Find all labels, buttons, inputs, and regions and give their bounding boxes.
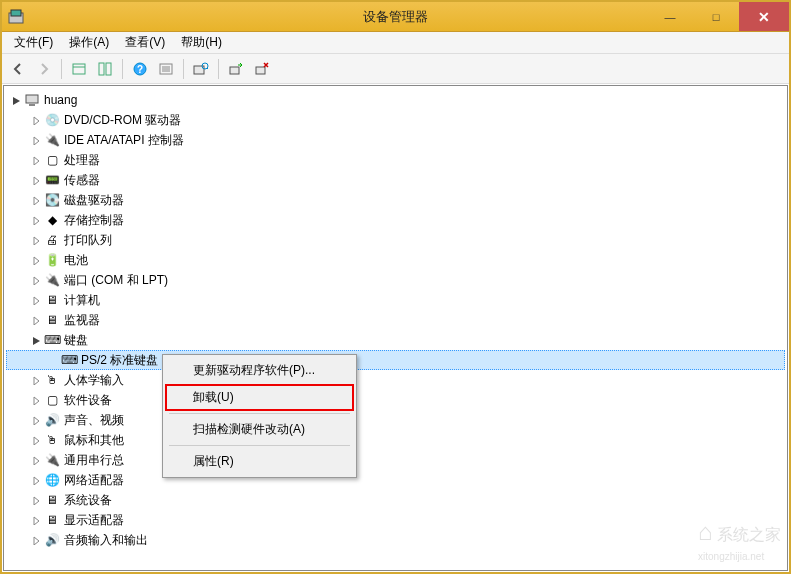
device-category-icon: ▢ [44,152,60,168]
computer-icon [24,92,40,108]
uninstall-button[interactable] [250,57,274,81]
tree-item[interactable]: 🔌通用串行总 [6,450,785,470]
help-button[interactable]: ? [128,57,152,81]
collapse-icon[interactable] [10,94,22,106]
expander-icon[interactable] [30,374,42,386]
tree-item[interactable]: 💿DVD/CD-ROM 驱动器 [6,110,785,130]
show-hide-console-button[interactable] [67,57,91,81]
expander-icon[interactable] [30,314,42,326]
tree-item[interactable]: 🔋电池 [6,250,785,270]
expander-icon[interactable] [30,174,42,186]
tree-item[interactable]: 🖥显示适配器 [6,510,785,530]
tree-item[interactable]: 🔊声音、视频 [6,410,785,430]
device-category-icon: ⌨ [44,332,60,348]
window-title: 设备管理器 [363,8,428,26]
expander-icon[interactable] [30,434,42,446]
properties-button[interactable] [154,57,178,81]
tree-item[interactable]: 🔌IDE ATA/ATAPI 控制器 [6,130,785,150]
expander-icon[interactable] [30,534,42,546]
expander-icon[interactable] [30,394,42,406]
device-category-icon: 🔌 [44,272,60,288]
expander-icon[interactable] [30,134,42,146]
device-category-icon: 🖱 [44,372,60,388]
node-label: 网络适配器 [64,472,124,489]
tree-root[interactable]: huang [6,90,785,110]
node-label: huang [44,93,77,107]
expander-icon[interactable] [30,194,42,206]
tree-item[interactable]: 🖨打印队列 [6,230,785,250]
tree-item[interactable]: 🖥系统设备 [6,490,785,510]
ctx-properties[interactable]: 属性(R) [165,448,354,475]
tree-item[interactable]: 💽磁盘驱动器 [6,190,785,210]
expander-icon[interactable] [30,154,42,166]
tree-item[interactable]: 🖱人体学输入 [6,370,785,390]
expander-icon[interactable] [30,334,42,346]
expander-icon[interactable] [30,494,42,506]
tree-item[interactable]: ◆存储控制器 [6,210,785,230]
maximize-button[interactable]: □ [693,2,739,31]
ctx-uninstall[interactable]: 卸载(U) [165,384,354,411]
node-label: 鼠标和其他 [64,432,124,449]
node-label: 电池 [64,252,88,269]
ctx-scan-hardware[interactable]: 扫描检测硬件改动(A) [165,416,354,443]
expander-icon[interactable] [30,214,42,226]
tree-item[interactable]: 📟传感器 [6,170,785,190]
device-category-icon: 🔊 [44,412,60,428]
expander-icon[interactable] [30,234,42,246]
device-category-icon: 🔊 [44,532,60,548]
menu-file[interactable]: 文件(F) [6,32,61,53]
tree-item[interactable]: 🖱鼠标和其他 [6,430,785,450]
svg-rect-1 [11,10,21,16]
toolbar-separator [183,59,184,79]
node-label: 磁盘驱动器 [64,192,124,209]
back-button[interactable] [6,57,30,81]
tree-item[interactable]: ⌨键盘 [6,330,785,350]
menu-help[interactable]: 帮助(H) [173,32,230,53]
expander-icon[interactable] [30,514,42,526]
node-label: 打印队列 [64,232,112,249]
node-label: 计算机 [64,292,100,309]
expander-icon[interactable] [30,414,42,426]
tree-item[interactable]: 🔊音频输入和输出 [6,530,785,550]
forward-button[interactable] [32,57,56,81]
close-button[interactable]: ✕ [739,2,789,31]
expander-icon[interactable] [30,114,42,126]
device-category-icon: 🖨 [44,232,60,248]
device-tree[interactable]: huang 💿DVD/CD-ROM 驱动器🔌IDE ATA/ATAPI 控制器▢… [3,85,788,571]
tree-item[interactable]: ▢软件设备 [6,390,785,410]
tree-item[interactable]: ▢处理器 [6,150,785,170]
expander-icon[interactable] [30,474,42,486]
update-driver-button[interactable] [224,57,248,81]
device-category-icon: ◆ [44,212,60,228]
node-label: IDE ATA/ATAPI 控制器 [64,132,184,149]
expander-icon[interactable] [30,294,42,306]
svg-line-14 [207,68,208,69]
svg-rect-17 [26,95,38,103]
device-category-icon: 🖱 [44,432,60,448]
menubar: 文件(F) 操作(A) 查看(V) 帮助(H) [2,32,789,54]
menu-action[interactable]: 操作(A) [61,32,117,53]
toolbar-separator [218,59,219,79]
expander-icon[interactable] [30,274,42,286]
device-category-icon: 🔋 [44,252,60,268]
scan-hardware-button[interactable] [189,57,213,81]
expander-icon[interactable] [30,454,42,466]
tree-child-item[interactable]: ⌨PS/2 标准键盘 [6,350,785,370]
tree-item[interactable]: 🌐网络适配器 [6,470,785,490]
node-label: 显示适配器 [64,512,124,529]
node-label: 软件设备 [64,392,112,409]
device-category-icon: 🌐 [44,472,60,488]
tree-item[interactable]: 🖥计算机 [6,290,785,310]
menu-view[interactable]: 查看(V) [117,32,173,53]
expander-icon[interactable] [30,254,42,266]
svg-rect-5 [106,63,111,75]
tree-item[interactable]: 🔌端口 (COM 和 LPT) [6,270,785,290]
device-icon: ⌨ [61,352,77,368]
app-icon [8,9,24,25]
node-label: 端口 (COM 和 LPT) [64,272,168,289]
minimize-button[interactable]: — [647,2,693,31]
device-category-icon: 💿 [44,112,60,128]
ctx-update-driver[interactable]: 更新驱动程序软件(P)... [165,357,354,384]
tree-item[interactable]: 🖥监视器 [6,310,785,330]
show-hide-action-button[interactable] [93,57,117,81]
